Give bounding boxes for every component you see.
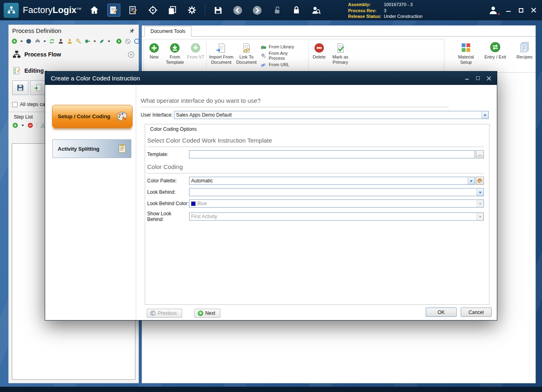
nav-setup-color-coding[interactable]: Setup / Color Coding [52,105,133,128]
import-step-button[interactable] [30,80,46,95]
dialog-maximize-button[interactable] [476,76,480,80]
entry-exit-button[interactable]: Entry / Exit [483,39,508,72]
form-icon[interactable] [127,4,140,17]
user-icon[interactable]: × [488,5,498,15]
save-icon[interactable] [212,4,225,17]
chevron-down-icon[interactable] [44,41,46,43]
release-status-label: Release Status: [348,13,384,19]
forward-icon[interactable] [251,4,264,17]
start-icon[interactable] [116,38,122,44]
template-browse-button[interactable]: ... [476,150,484,158]
process-flow-icon [12,50,21,59]
remove-step-icon[interactable] [27,122,33,128]
home-icon[interactable] [88,4,101,17]
globe-icon[interactable] [26,38,32,44]
chevron-down-icon[interactable] [22,125,24,128]
import-from-document-button[interactable]: Import From Document [208,41,235,71]
material-setup-button[interactable]: Material Setup [453,39,479,72]
toolbar-separator [205,4,205,16]
group-title: Color Coding Options [150,126,489,132]
next-button[interactable]: Next [194,309,221,318]
clipboard-icon [117,143,127,154]
chevron-down-icon[interactable] [481,111,488,119]
lock-icon[interactable] [290,4,303,17]
info-icon[interactable] [134,38,140,44]
pin-icon[interactable] [129,28,135,34]
recipes-label: Recipes [516,54,533,60]
all-steps-label: All steps ca [20,102,45,107]
from-library-button[interactable]: From Library [261,43,305,50]
delete-button[interactable]: Delete [310,41,329,71]
look-behind-color-select[interactable]: Blue [189,199,484,208]
show-look-behind-select[interactable]: First Activity [189,212,484,221]
copy-icon[interactable] [166,4,179,17]
dialog-title: Create a Color Coded Instruction [51,75,140,82]
release-status-value: Under Construction [384,14,422,19]
chevron-down-icon[interactable] [20,41,23,43]
link-to-document-button[interactable]: Link To Document [235,41,258,71]
sync-icon[interactable] [49,38,55,44]
chevron-down-icon[interactable] [477,188,483,196]
template-label: Template: [147,152,189,157]
entry-exit-icon [490,41,501,53]
mark-as-primary-button[interactable]: Mark as Primary [329,41,352,71]
user-x-badge: × [498,11,500,16]
blue-color-swatch [191,201,196,206]
export-icon[interactable] [85,38,91,44]
leaf-icon[interactable] [99,38,105,44]
process-rev-label: Process Rev: [348,8,384,14]
from-v7-button[interactable]: From V7 [186,41,205,71]
recipes-button[interactable]: Recipes [512,39,537,72]
recipes-icon [519,41,530,53]
new-icon [149,43,159,53]
print-icon[interactable] [35,38,41,44]
gear-icon[interactable] [185,4,198,17]
template-input[interactable] [189,150,475,158]
stop-icon[interactable] [125,38,131,44]
close-button[interactable] [531,8,536,13]
minimize-button[interactable] [506,8,511,13]
user-interface-select[interactable]: Sales Apps Demo Default [174,111,489,119]
from-template-icon [170,43,180,53]
look-behind-select[interactable] [189,188,484,196]
unlock-icon[interactable] [270,4,283,17]
brand-factory: Factory [23,5,52,15]
user-dark-icon[interactable] [58,38,64,44]
dialog-minimize-button[interactable] [465,76,469,80]
ribbon-group-process: Material Setup Entry / Exit Recipes [453,39,537,72]
create-color-coded-instruction-dialog: Create a Color Coded Instruction Setup /… [45,71,497,321]
key-icon[interactable] [76,38,82,44]
previous-button[interactable]: Previous [147,309,182,318]
nav-activity-splitting[interactable]: Activity Splitting [52,139,131,158]
dialog-titlebar[interactable]: Create a Color Coded Instruction [45,71,497,85]
import-from-document-label: Import From Document [208,54,235,65]
add-icon[interactable] [11,38,17,44]
from-any-process-button[interactable]: From Any Process [261,52,305,59]
person-search-icon[interactable] [309,4,322,17]
chevron-down-icon[interactable] [108,41,110,43]
target-icon[interactable] [146,4,159,17]
collapse-down-icon[interactable] [127,51,135,58]
from-template-label: From Template [163,54,186,65]
nav-activity-label: Activity Splitting [58,146,100,152]
save-step-button[interactable] [12,80,28,95]
from-url-button[interactable]: From URL [261,61,305,68]
material-setup-icon [460,41,472,53]
chevron-down-icon[interactable] [468,177,475,184]
back-icon[interactable] [231,4,244,17]
all-steps-checkbox[interactable] [12,102,17,107]
color-palette-select[interactable]: Automatic [189,177,475,185]
edit-document-icon[interactable] [107,4,120,17]
chevron-down-icon[interactable] [94,41,96,43]
tab-document-tools[interactable]: Document Tools [144,26,192,37]
ok-button[interactable]: OK [426,308,457,317]
add-step-icon[interactable] [12,122,18,128]
new-button[interactable]: New [145,41,163,71]
cancel-button[interactable]: Cancel [461,308,492,317]
palette-picker-button[interactable] [476,177,484,185]
maximize-button[interactable] [518,8,524,13]
user-gold-icon[interactable] [67,38,73,44]
dialog-close-button[interactable] [487,76,491,80]
from-v7-icon [190,43,201,53]
from-template-button[interactable]: From Template [163,41,186,71]
